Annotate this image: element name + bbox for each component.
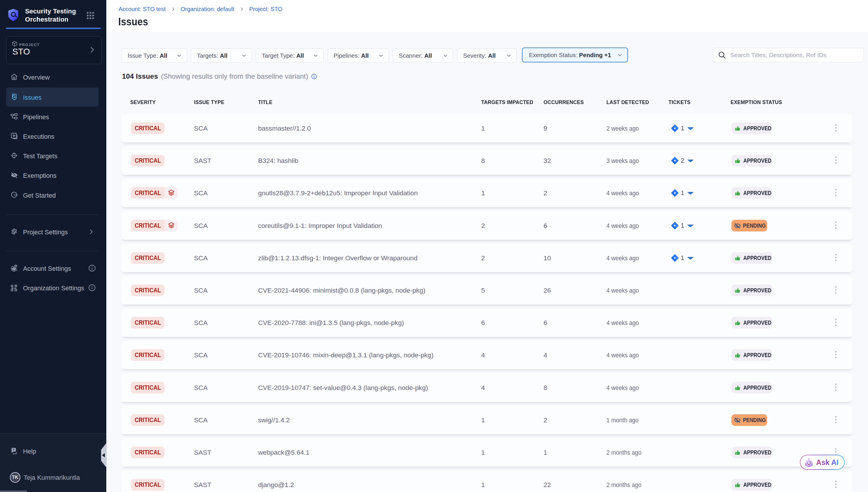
svg-text:?: ? <box>12 448 15 451</box>
